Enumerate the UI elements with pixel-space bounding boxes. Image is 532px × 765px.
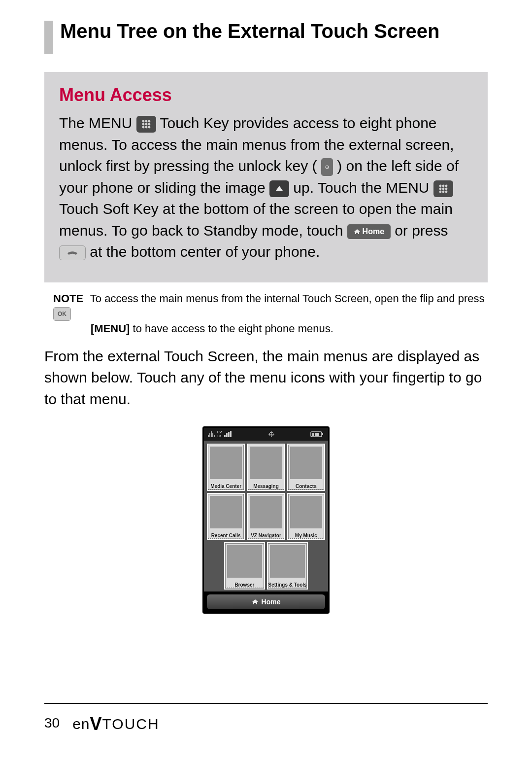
svg-rect-30 (315, 433, 317, 436)
svg-point-20 (445, 190, 447, 193)
svg-point-12 (439, 184, 441, 187)
svg-point-3 (142, 123, 144, 126)
page-footer: 30 enVTOUCH (44, 703, 488, 733)
svg-rect-23 (228, 432, 230, 437)
svg-rect-22 (226, 433, 228, 437)
menu-access-callout: Menu Access The MENU Touch Key provides … (44, 72, 488, 282)
menu-key-icon (433, 180, 453, 197)
text-segment: Touch Soft Key at the bottom of the scre… (59, 201, 453, 239)
svg-point-2 (148, 120, 150, 123)
home-icon (252, 598, 259, 605)
svg-point-4 (145, 123, 147, 126)
after-note-paragraph: From the external Touch Screen, the main… (44, 346, 488, 410)
battery-icon (310, 431, 324, 438)
text-segment: or press (395, 222, 448, 239)
signal-icon (208, 431, 215, 438)
text-segment: up. Touch the MENU (293, 179, 433, 196)
menu-tile-my-music[interactable]: My Music (287, 493, 325, 540)
page-number: 30 (44, 715, 60, 731)
svg-point-7 (145, 126, 147, 129)
phone-home-bar[interactable]: Home (207, 594, 325, 609)
svg-marker-11 (276, 186, 283, 191)
menu-tile-settings-tools[interactable]: Settings & Tools (267, 542, 308, 590)
svg-point-0 (142, 120, 144, 123)
svg-rect-32 (322, 433, 323, 435)
text-segment: at the bottom center of your phone. (90, 243, 320, 260)
svg-point-16 (442, 187, 444, 190)
menu-tile-browser[interactable]: Browser (224, 542, 265, 590)
phone-screenshot: EV 1X Media Center Messaging Contacts Re… (44, 426, 488, 614)
phone-home-label: Home (262, 598, 281, 606)
svg-rect-31 (317, 433, 319, 436)
menu-tile-vz-navigator[interactable]: VZ Navigator (247, 493, 285, 540)
bars-icon (224, 431, 233, 438)
svg-point-10 (327, 167, 328, 168)
menu-tile-recent-calls[interactable]: Recent Calls (207, 493, 245, 540)
svg-point-19 (442, 190, 444, 193)
note-menu-bold: [MENU] (91, 322, 130, 335)
brand-logo: enVTOUCH (72, 713, 160, 733)
svg-point-18 (439, 190, 441, 193)
home-softkey-label: Home (363, 226, 384, 237)
text-segment: The MENU (59, 115, 136, 131)
gps-icon (268, 431, 274, 437)
title-accent-bar (44, 21, 53, 54)
svg-point-13 (442, 184, 444, 187)
ok-key-icon: OK (53, 307, 71, 321)
callout-body: The MENU Touch Key provides access to ei… (59, 112, 473, 263)
svg-point-8 (148, 126, 150, 129)
svg-point-17 (445, 187, 447, 190)
note-line2-rest: to have access to the eight phone menus. (130, 322, 333, 335)
phone-status-bar: EV 1X (204, 428, 328, 441)
svg-point-6 (142, 126, 144, 129)
svg-rect-21 (224, 435, 226, 437)
svg-rect-24 (230, 431, 232, 437)
slide-up-icon (269, 180, 289, 197)
menu-tile-messaging[interactable]: Messaging (247, 444, 285, 491)
note-block: NOTE To access the main menus from the i… (44, 291, 488, 337)
unlock-key-icon (321, 158, 333, 176)
callout-heading: Menu Access (59, 85, 473, 105)
home-softkey-icon: Home (347, 224, 391, 239)
page-title-row: Menu Tree on the External Touch Screen (44, 20, 488, 54)
svg-point-1 (145, 120, 147, 123)
network-label: EV 1X (217, 430, 222, 438)
menu-tile-media-center[interactable]: Media Center (207, 444, 245, 491)
svg-rect-29 (312, 433, 314, 436)
page-title: Menu Tree on the External Touch Screen (60, 20, 440, 42)
note-line1: To access the main menus from the intern… (90, 292, 485, 305)
note-label: NOTE (53, 292, 83, 305)
menu-tile-contacts[interactable]: Contacts (287, 444, 325, 491)
svg-point-14 (445, 184, 447, 187)
end-key-icon (59, 245, 86, 260)
svg-point-15 (439, 187, 441, 190)
svg-point-5 (148, 123, 150, 126)
menu-key-icon (136, 116, 156, 133)
